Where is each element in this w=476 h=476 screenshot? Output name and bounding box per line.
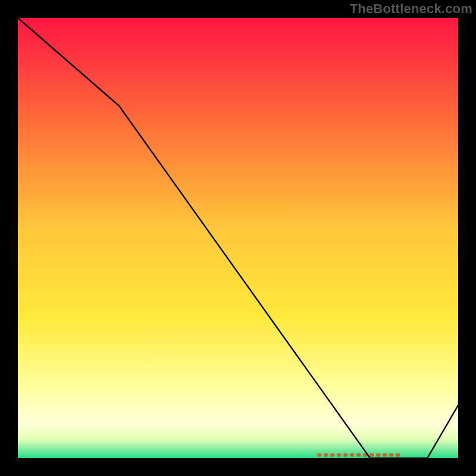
optimal-range-marker: [317, 453, 321, 457]
optimal-range-marker: [389, 453, 393, 457]
watermark-text: TheBottleneck.com: [350, 1, 472, 17]
plot-area: [18, 18, 458, 458]
optimal-range-marker: [376, 453, 380, 457]
optimal-range-marker: [324, 453, 328, 457]
optimal-range-marker: [350, 453, 354, 457]
optimal-range-marker: [343, 453, 347, 457]
optimal-range-marker: [383, 453, 387, 457]
optimal-range-marker: [337, 453, 341, 457]
optimal-range-marker: [369, 453, 374, 457]
optimal-range-marker: [356, 453, 361, 457]
bottleneck-chart: [0, 0, 476, 476]
optimal-range-marker: [396, 453, 400, 457]
optimal-range-marker: [330, 453, 334, 457]
chart-container: TheBottleneck.com: [0, 0, 476, 476]
